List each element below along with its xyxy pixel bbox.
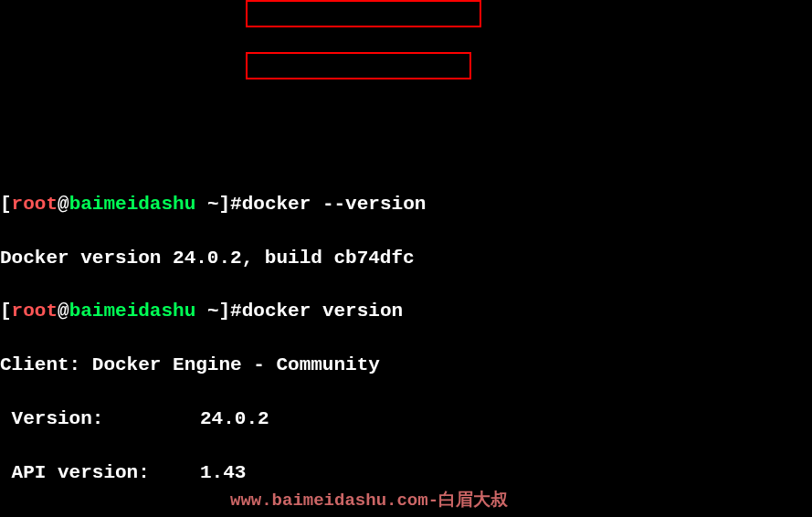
terminal-line-prompt1[interactable]: [root@baimeidashu ~]#docker --version	[0, 191, 812, 217]
command-2: docker version	[242, 301, 403, 322]
command-1: docker --version	[242, 194, 427, 215]
client-field: Go version:go1.20.4	[0, 512, 812, 517]
client-field: Version:24.0.2	[0, 406, 812, 432]
output-version-short: Docker version 24.0.2, build cb74dfc	[0, 245, 812, 271]
prompt-user: root	[12, 194, 58, 215]
client-field: API version:1.43	[0, 459, 812, 486]
client-header: Client: Docker Engine - Community	[0, 352, 812, 378]
watermark-text: www.baimeidashu.com-白眉大叔	[230, 489, 508, 513]
highlight-box-cmd1	[246, 0, 481, 27]
prompt-dir: ~	[207, 194, 219, 215]
prompt-host: baimeidashu	[69, 194, 196, 215]
terminal-line-prompt2[interactable]: [root@baimeidashu ~]#docker version	[0, 298, 812, 324]
highlight-box-cmd2	[246, 52, 471, 79]
